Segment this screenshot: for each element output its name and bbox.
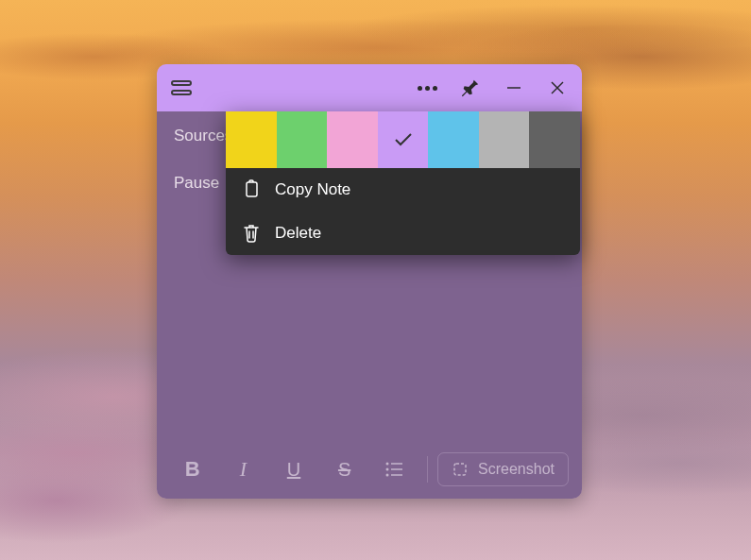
delete-label: Delete — [275, 224, 321, 243]
svg-rect-10 — [247, 182, 257, 196]
trash-icon — [241, 223, 262, 244]
title-bar — [157, 64, 582, 111]
color-swatch-purple[interactable] — [378, 111, 429, 168]
list-icon — [385, 462, 404, 477]
svg-point-7 — [386, 474, 389, 477]
pin-button[interactable] — [457, 75, 484, 101]
context-menu: Copy Note Delete — [226, 111, 580, 255]
delete-menu-item[interactable]: Delete — [226, 212, 580, 255]
svg-rect-9 — [454, 464, 466, 475]
bold-button[interactable]: B — [170, 451, 215, 487]
screenshot-label: Screenshot — [478, 461, 555, 478]
strikethrough-button[interactable]: S — [322, 451, 367, 487]
copy-note-menu-item[interactable]: Copy Note — [226, 168, 580, 212]
screenshot-button[interactable]: Screenshot — [437, 452, 569, 486]
italic-button[interactable]: I — [221, 451, 266, 487]
color-swatch-blue[interactable] — [428, 111, 479, 168]
copy-icon — [241, 179, 262, 200]
svg-point-3 — [386, 463, 389, 466]
color-swatch-dark[interactable] — [529, 111, 580, 168]
minimize-icon — [505, 79, 522, 96]
format-toolbar: B I U S Screenshot — [170, 451, 569, 487]
toolbar-divider — [427, 456, 428, 483]
svg-point-5 — [386, 468, 389, 471]
close-button[interactable] — [544, 75, 571, 101]
screenshot-icon — [452, 461, 469, 478]
copy-note-label: Copy Note — [275, 180, 350, 199]
color-swatch-yellow[interactable] — [226, 111, 277, 168]
color-swatch-green[interactable] — [277, 111, 328, 168]
close-icon — [549, 79, 566, 96]
more-options-button[interactable] — [414, 75, 440, 101]
drag-handle-icon[interactable] — [168, 75, 195, 101]
pin-icon — [460, 77, 481, 98]
underline-button[interactable]: U — [271, 451, 316, 487]
checkmark-icon — [391, 127, 416, 152]
minimize-button[interactable] — [501, 75, 527, 101]
color-swatch-pink[interactable] — [327, 111, 378, 168]
color-picker-row — [226, 111, 580, 168]
bullet-list-button[interactable] — [372, 451, 418, 487]
color-swatch-gray[interactable] — [479, 111, 530, 168]
